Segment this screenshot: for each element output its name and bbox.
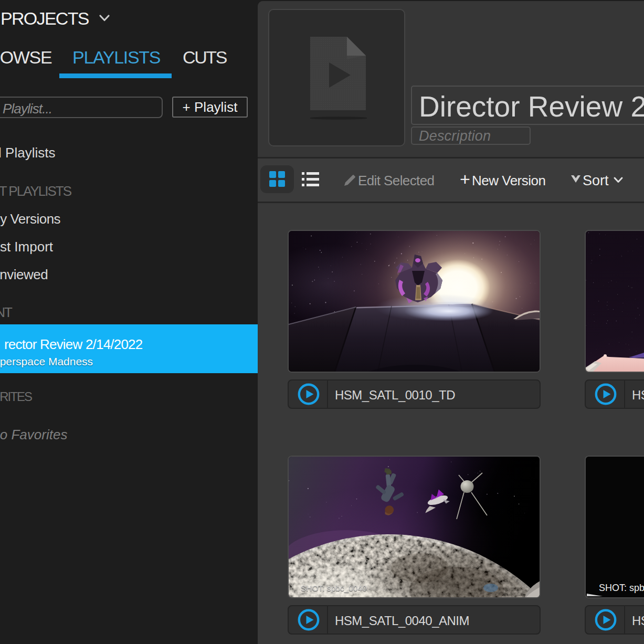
- svg-text:SHOT: spbc_0040: SHOT: spbc_0040: [301, 584, 367, 593]
- svg-text:SHOT: spbc_0040: SHOT: spbc_0040: [599, 583, 644, 594]
